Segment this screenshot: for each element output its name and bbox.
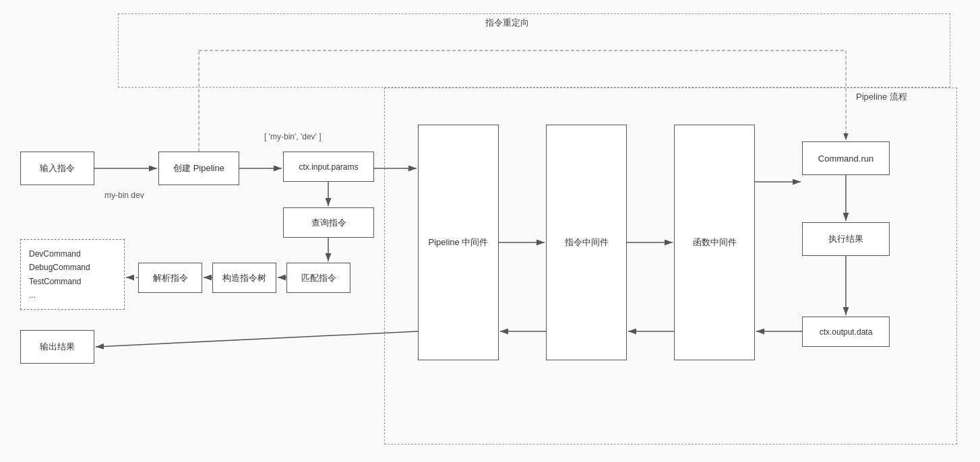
parse-cmd-box: 解析指令 [138, 263, 202, 293]
match-cmd-box: 匹配指令 [286, 263, 350, 293]
pipeline-middleware-box: Pipeline 中间件 [418, 125, 499, 360]
diagram-container: 指令重定向 Pipeline 流程 输入指令 创建 Pipeline ctx.i… [0, 0, 980, 462]
build-tree-box: 构造指令树 [212, 263, 276, 293]
query-cmd-box: 查询指令 [283, 207, 374, 238]
pipeline-region-label: Pipeline 流程 [856, 91, 907, 103]
output-result-box: 输出结果 [20, 330, 94, 364]
cmd-middleware-box: 指令中间件 [546, 125, 627, 360]
cmd-list-box: DevCommand DebugCommand TestCommand ... [20, 239, 125, 310]
ctx-output-data-box: ctx.output.data [802, 317, 890, 347]
exec-result-box: 执行结果 [802, 222, 890, 256]
params-array-label: [ 'my-bin', 'dev' ] [264, 132, 321, 141]
ctx-input-params-box: ctx.input.params [283, 152, 374, 182]
svg-line-13 [96, 331, 418, 347]
command-run-box: Command.run [802, 141, 890, 175]
redirect-region [118, 13, 950, 88]
redirect-region-label: 指令重定向 [485, 17, 529, 29]
func-middleware-box: 函数中间件 [674, 125, 755, 360]
create-pipeline-box: 创建 Pipeline [158, 152, 239, 185]
my-bin-dev-label: my-bin dev [104, 191, 144, 200]
input-cmd-box: 输入指令 [20, 152, 94, 185]
